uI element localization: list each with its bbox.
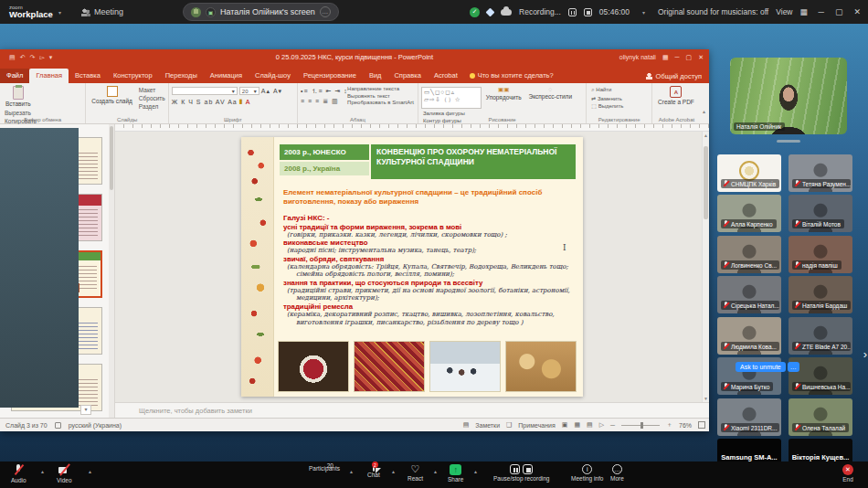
react-options-chevron-icon[interactable]: ▲ bbox=[433, 469, 438, 474]
zoom-slider[interactable] bbox=[621, 425, 660, 426]
ppt-maximize-button[interactable]: ▢ bbox=[686, 54, 693, 61]
normal-view-icon[interactable]: ▣ bbox=[562, 421, 568, 429]
ppt-close-button[interactable]: ✕ bbox=[698, 54, 704, 61]
stop-recording-icon[interactable] bbox=[584, 8, 592, 16]
notes-splitter-icon[interactable]: ▾ bbox=[80, 405, 91, 415]
pause-recording-icon[interactable] bbox=[568, 8, 577, 16]
slide-sorter-view-icon[interactable]: ▦ bbox=[574, 421, 580, 429]
ai-companion-icon[interactable] bbox=[486, 7, 495, 16]
pause-recording-icon[interactable] bbox=[510, 464, 520, 474]
collapse-ribbon-icon[interactable]: ▴ bbox=[703, 108, 705, 114]
chevron-down-icon[interactable]: ▾ bbox=[642, 9, 645, 16]
smartart-button[interactable]: Преобразовать в SmartArt bbox=[347, 100, 414, 105]
chevron-down-icon[interactable]: ▾ bbox=[58, 9, 61, 16]
participant-video[interactable]: Сірецька Натал... bbox=[717, 276, 781, 313]
arrange-button[interactable]: ▣▣ Упорядочить bbox=[483, 85, 524, 101]
speaker-video[interactable]: Наталія Олійник bbox=[730, 58, 847, 134]
tab-acrobat[interactable]: Acrobat bbox=[428, 69, 464, 83]
notes-toggle[interactable]: Заметки bbox=[475, 422, 500, 429]
panel-drag-handle[interactable] bbox=[777, 140, 800, 143]
more-button[interactable]: … More bbox=[610, 464, 624, 482]
notes-placeholder[interactable]: Щелкните, чтобы добавить заметки bbox=[139, 407, 252, 415]
replace-button[interactable]: ⇄ Заменить bbox=[591, 95, 623, 101]
next-page-chevron-icon[interactable]: › bbox=[863, 347, 867, 361]
tab-insert[interactable]: Вставка bbox=[69, 69, 107, 83]
zoom-slider-knob[interactable] bbox=[640, 422, 643, 429]
react-button[interactable]: ♡ React bbox=[408, 464, 423, 482]
zoom-out-icon[interactable]: ─ bbox=[610, 422, 615, 429]
grow-shrink-font-icons[interactable]: А▴ А▾ bbox=[261, 88, 282, 95]
shape-fill-button[interactable]: Заливка фигуры bbox=[423, 111, 469, 116]
accessibility-icon[interactable] bbox=[55, 422, 61, 429]
slide-3[interactable]: 2003 р., ЮНЕСКО 2008 р., Україна КОНВЕНЦ… bbox=[241, 137, 583, 397]
participant-video[interactable]: ZTE Blade A7 20... bbox=[789, 317, 852, 355]
text-direction-button[interactable]: Направление текста bbox=[347, 86, 414, 91]
tell-me-box[interactable]: Что вы хотите сделать? bbox=[464, 69, 559, 83]
tab-help[interactable]: Справка bbox=[387, 69, 427, 83]
tab-animations[interactable]: Анимация bbox=[204, 69, 249, 83]
tab-view[interactable]: Вид bbox=[363, 69, 388, 83]
view-button[interactable]: View bbox=[776, 7, 792, 16]
layout-button[interactable]: Макет bbox=[139, 87, 165, 93]
tab-transitions[interactable]: Переходы bbox=[159, 69, 204, 83]
font-name-select[interactable]: ▾ bbox=[172, 87, 238, 95]
audio-button[interactable]: Audio bbox=[11, 464, 26, 483]
tab-slideshow[interactable]: Слайд-шоу bbox=[249, 69, 297, 83]
shapes-gallery[interactable]: ▭╲◻○◻▵▱⇨⇩（）☆ bbox=[421, 87, 482, 109]
section-button[interactable]: Раздел bbox=[139, 103, 165, 110]
reset-button[interactable]: Сбросить bbox=[139, 95, 165, 101]
notes-pane[interactable]: ▾ Щелкните, чтобы добавить заметки bbox=[115, 402, 709, 418]
view-grid-icon[interactable]: ▦ bbox=[800, 7, 808, 16]
maximize-button[interactable]: ▢ bbox=[835, 7, 843, 16]
tab-file[interactable]: Файл bbox=[0, 69, 29, 83]
font-style-buttons[interactable]: Ж К Ч S ab AV Aa bbox=[172, 99, 238, 105]
participants-button[interactable]: 20 Participants bbox=[309, 464, 340, 472]
share-options-chevron-icon[interactable]: ▲ bbox=[473, 469, 478, 474]
tab-design[interactable]: Конструктор bbox=[107, 69, 159, 83]
quick-styles-button[interactable]: ◌ Экспресс-стили bbox=[525, 85, 575, 101]
ppt-minimize-button[interactable]: ─ bbox=[675, 54, 680, 60]
cut-button[interactable]: Вырезать bbox=[5, 110, 58, 116]
stop-recording-icon[interactable] bbox=[523, 464, 533, 474]
shared-screen-pill[interactable]: ▣ Наталія Олійник's screen … bbox=[183, 3, 339, 21]
tab-meeting[interactable]: Meeting bbox=[81, 7, 123, 16]
participant-video[interactable]: Віталій Мотов bbox=[789, 195, 852, 232]
share-button[interactable]: ↑ Share bbox=[448, 464, 463, 483]
create-pdf-button[interactable]: A Create a PDF bbox=[655, 85, 697, 106]
participant-video[interactable]: СНМЦПК Харків bbox=[717, 154, 781, 192]
reading-view-icon[interactable]: ▤ bbox=[587, 421, 593, 429]
thumbnail-scrollbar[interactable] bbox=[109, 124, 114, 418]
audio-options-chevron-icon[interactable]: ▲ bbox=[40, 469, 45, 474]
participant-video[interactable]: надія павліш bbox=[789, 236, 852, 273]
ppt-share-button[interactable]: Общий доступ bbox=[646, 72, 702, 80]
slideshow-view-icon[interactable]: ▷ bbox=[599, 421, 604, 429]
ask-to-unmute-tooltip[interactable]: Ask to unmute … bbox=[736, 362, 799, 372]
video-options-chevron-icon[interactable]: ▲ bbox=[88, 469, 92, 474]
ask-to-unmute-label[interactable]: Ask to unmute bbox=[736, 362, 786, 372]
zoom-level[interactable]: 76% bbox=[679, 422, 692, 429]
tab-review[interactable]: Рецензирование bbox=[297, 69, 363, 83]
security-shield-icon[interactable]: ✓ bbox=[470, 7, 480, 17]
zoom-in-icon[interactable]: ＋ bbox=[666, 420, 672, 430]
participant-video[interactable]: Алла Карпенко bbox=[717, 195, 781, 232]
participant-video[interactable]: Людмила Кова... bbox=[717, 317, 781, 355]
find-button[interactable]: ⌕ Найти bbox=[591, 87, 623, 93]
font-size-select[interactable]: 20▾ bbox=[239, 87, 259, 95]
ellipsis-icon[interactable]: … bbox=[788, 362, 799, 372]
pause-stop-recording-button[interactable]: Pause/stop recording bbox=[493, 464, 549, 482]
tab-home[interactable]: Главная bbox=[29, 69, 69, 83]
participant-video[interactable]: Наталія Бардаш bbox=[789, 276, 852, 313]
comments-toggle[interactable]: Примечания bbox=[518, 422, 555, 429]
end-meeting-button[interactable]: ✕ End bbox=[842, 464, 853, 483]
participant-video[interactable]: Тетяна Разумен... bbox=[789, 154, 852, 192]
close-button[interactable]: ✕ bbox=[853, 7, 861, 16]
participant-video[interactable]: Xiaomi 2311DR... bbox=[717, 398, 781, 436]
ellipsis-icon[interactable]: … bbox=[320, 6, 331, 17]
font-color-button[interactable]: А bbox=[246, 99, 251, 105]
participants-options-chevron-icon[interactable]: ▲ bbox=[349, 469, 354, 474]
participant-video[interactable]: Олена Талалай bbox=[789, 398, 852, 436]
participant-video[interactable]: Логвиненко Св... bbox=[717, 236, 781, 273]
paste-button[interactable]: Вставить bbox=[3, 85, 34, 108]
video-button[interactable]: Video bbox=[57, 464, 72, 483]
ppt-account-name[interactable]: oliynyk natali bbox=[619, 54, 656, 60]
